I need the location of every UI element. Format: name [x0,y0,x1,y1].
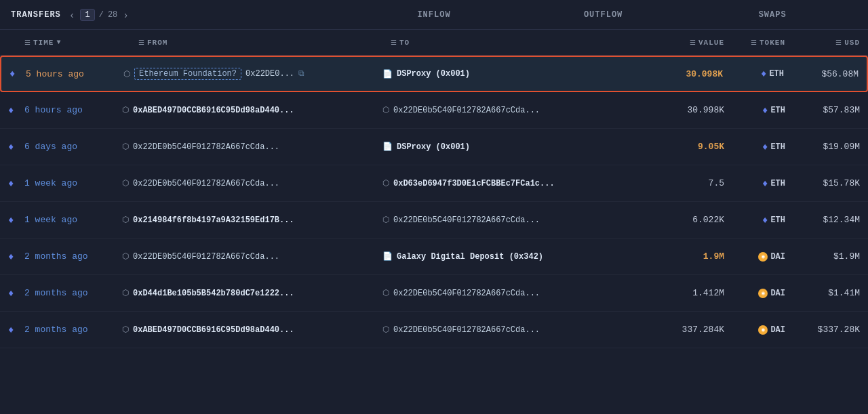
usd-cell: $1.41M [785,288,860,298]
token-cell: ◉DAI [724,325,785,335]
value-column-header[interactable]: ☰ VALUE [643,39,724,47]
table-row[interactable]: ♦1 week ago⬡0x22DE0b5C40F012782A667cCda.… [0,165,868,202]
to-named-text: DSProxy (0x001) [397,69,470,79]
usd-filter-icon: ☰ [835,39,842,47]
usd-cell: $337.28K [785,325,860,335]
time-ago-text: 1 week ago [24,215,77,225]
top-nav: TRANSFERS ‹ 1 / 28 › INFLOW OUTFLOW SWAP… [0,0,868,30]
dai-token-icon: ◉ [758,325,768,335]
from-column-header[interactable]: ☰ FROM [133,39,391,47]
dai-token-icon: ◉ [758,289,768,298]
from-cell: ⬡0xABED497D0CCB6916C95Dd98aD440... [117,325,382,335]
to-named-text: Galaxy Digital Deposit (0x342) [397,252,543,262]
swaps-nav[interactable]: SWAPS [688,10,857,20]
time-cell: 2 months ago [22,251,117,262]
inflow-nav[interactable]: INFLOW [349,10,519,20]
to-doc-icon: 📄 [382,142,393,152]
token-name-text: DAI [770,289,785,298]
eth-token-icon: ♦ [762,105,768,116]
token-name-text: DAI [770,252,785,262]
token-cell: ♦ETH [724,215,785,226]
outflow-nav[interactable]: OUTFLOW [519,10,688,20]
value-cell: 337.284K [643,325,724,335]
table-row[interactable]: ♦2 months ago⬡0xABED497D0CCB6916C95Dd98a… [0,312,868,348]
from-cell: ⬡Ethereum Foundation?0x22DE0...⧉ [118,68,382,80]
to-addr-text: 0x22DE0b5C40F012782A667cCda... [393,325,540,335]
from-addr-text: 0xABED497D0CCB6916C95Dd98aD440... [133,325,294,335]
from-cell: ⬡0x22DE0b5C40F012782A667cCda... [117,142,382,152]
time-cell: 1 week ago [22,215,117,225]
page-control: ‹ 1 / 28 › [68,8,130,22]
value-cell: 7.5 [643,178,724,188]
from-addr-text: 0x22DE0b5C40F012782A667cCda... [133,179,279,188]
table-row[interactable]: ♦6 days ago⬡0x22DE0b5C40F012782A667cCda.… [0,129,868,165]
from-addr-text: 0x22DE0b5C40F012782A667cCda... [133,252,279,262]
table-row[interactable]: ♦5 hours ago⬡Ethereum Foundation?0x22DE0… [0,56,868,92]
from-addr-text: 0x22DE0... [245,69,294,79]
to-column-header[interactable]: ☰ TO [391,39,643,47]
time-label: TIME [33,39,54,47]
dai-token-icon: ◉ [758,252,768,262]
to-cell: ⬡0x22DE0b5C40F012782A667cCda... [382,105,643,115]
value-cell: 30.098K [642,69,723,79]
value-cell: 6.022K [643,215,724,225]
eth-token-icon: ♦ [762,142,768,152]
to-filter-icon: ☰ [391,39,397,47]
time-ago-text: 5 hours ago [26,69,84,79]
page-current: 1 [80,9,94,21]
to-named-text: DSProxy (0x001) [397,142,470,152]
token-cell: ♦ETH [723,68,784,79]
token-cell: ♦ETH [724,178,785,189]
to-addr-text: 0xD63eD6947f3D0E1cFCBBEc7FCa1c... [393,179,555,188]
time-ago-text: 6 days ago [24,142,77,152]
eth-logo-icon: ♦ [8,215,22,226]
time-ago-text: 2 months ago [24,288,88,298]
usd-cell: $56.08M [784,69,859,79]
from-addr-icon: ⬡ [122,105,129,115]
eth-logo-icon: ♦ [8,325,22,335]
from-cell: ⬡0xABED497D0CCB6916C95Dd98aD440... [117,105,382,115]
token-cell: ◉DAI [724,289,785,298]
table-row[interactable]: ♦2 months ago⬡0xD44d1Be105b5B542b780dC7e… [0,275,868,312]
from-addr-icon: ⬡ [122,251,129,262]
from-addr-text: 0xD44d1Be105b5B542b780dC7e1222... [133,289,294,298]
eth-token-icon: ♦ [762,215,768,226]
from-addr-icon: ⬡ [122,178,129,188]
table-row[interactable]: ♦1 week ago⬡0x214984f6f8b4197a9A32159Ed1… [0,202,868,239]
from-addr-icon: ⬡ [122,142,129,152]
token-name-text: DAI [770,325,785,335]
time-cell: 6 days ago [22,142,117,152]
usd-cell: $15.78K [785,178,860,188]
time-cell: 5 hours ago [23,69,118,79]
time-cell: 1 week ago [22,178,117,188]
next-page-button[interactable]: › [121,8,130,22]
from-cell: ⬡0xD44d1Be105b5B542b780dC7e1222... [117,288,382,298]
transfers-nav: TRANSFERS ‹ 1 / 28 › [11,8,349,22]
token-name-text: ETH [769,69,784,79]
time-ago-text: 2 months ago [24,251,88,262]
token-column-header[interactable]: ☰ TOKEN [724,39,785,47]
from-addr-icon: ⬡ [123,69,130,79]
value-label: VALUE [698,39,724,47]
table-row[interactable]: ♦2 months ago⬡0x22DE0b5C40F012782A667cCd… [0,239,868,275]
to-cell: ⬡0x22DE0b5C40F012782A667cCda... [382,215,643,225]
data-table: ♦5 hours ago⬡Ethereum Foundation?0x22DE0… [0,56,868,348]
time-column-header[interactable]: ☰ TIME ▼ [24,39,133,47]
token-label: TOKEN [760,39,785,47]
usd-cell: $57.83M [785,105,860,115]
to-label: TO [399,39,410,47]
from-label: FROM [147,39,167,47]
from-addr-icon: ⬡ [122,325,129,335]
usd-column-header[interactable]: ☰ USD [785,39,860,47]
usd-cell: $1.9M [785,251,860,262]
to-addr-text: 0x22DE0b5C40F012782A667cCda... [393,215,540,225]
time-ago-text: 6 hours ago [24,105,83,115]
prev-page-button[interactable]: ‹ [68,8,77,22]
from-tag-label: Ethereum Foundation? [134,68,241,80]
table-row[interactable]: ♦6 hours ago⬡0xABED497D0CCB6916C95Dd98aD… [0,92,868,129]
token-name-text: ETH [770,215,785,225]
to-cell: 📄DSProxy (0x001) [382,142,643,152]
copy-icon[interactable]: ⧉ [298,69,304,79]
value-cell: 30.998K [643,105,724,115]
token-cell: ♦ETH [724,142,785,152]
